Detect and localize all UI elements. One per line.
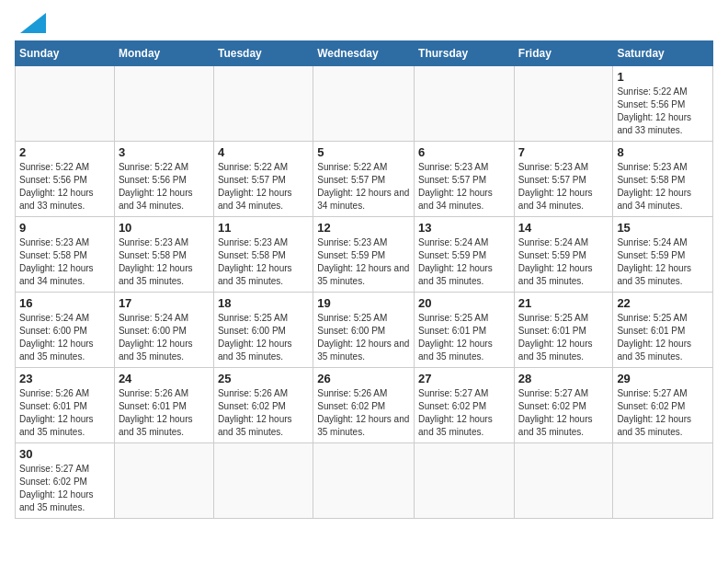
day-cell: 26Sunrise: 5:26 AM Sunset: 6:02 PM Dayli… (313, 368, 415, 443)
day-info: Sunrise: 5:26 AM Sunset: 6:01 PM Dayligh… (119, 387, 210, 439)
day-number: 7 (518, 145, 609, 159)
day-number: 19 (317, 296, 410, 310)
day-cell: 17Sunrise: 5:24 AM Sunset: 6:00 PM Dayli… (114, 293, 213, 368)
header-row: SundayMondayTuesdayWednesdayThursdayFrid… (16, 41, 713, 66)
logo-icon (20, 13, 46, 33)
day-number: 26 (317, 372, 410, 385)
calendar-table: SundayMondayTuesdayWednesdayThursdayFrid… (15, 40, 713, 519)
day-number: 1 (617, 70, 709, 84)
day-cell (114, 66, 213, 142)
day-info: Sunrise: 5:22 AM Sunset: 5:57 PM Dayligh… (317, 161, 410, 213)
day-number: 3 (119, 145, 210, 159)
day-number: 30 (19, 447, 110, 461)
day-number: 23 (19, 372, 110, 385)
day-cell: 23Sunrise: 5:26 AM Sunset: 6:01 PM Dayli… (16, 368, 115, 443)
day-info: Sunrise: 5:25 AM Sunset: 6:00 PM Dayligh… (218, 312, 309, 363)
day-number: 10 (119, 221, 210, 235)
day-cell: 24Sunrise: 5:26 AM Sunset: 6:01 PM Dayli… (114, 368, 213, 443)
day-number: 9 (19, 221, 110, 235)
calendar-body: 1Sunrise: 5:22 AM Sunset: 5:56 PM Daylig… (16, 66, 713, 519)
day-cell: 18Sunrise: 5:25 AM Sunset: 6:00 PM Dayli… (213, 293, 313, 368)
header-cell-monday: Monday (114, 41, 213, 66)
day-number: 20 (418, 296, 510, 310)
day-cell (613, 443, 713, 519)
day-cell: 15Sunrise: 5:24 AM Sunset: 5:59 PM Dayli… (613, 217, 713, 293)
day-info: Sunrise: 5:25 AM Sunset: 6:00 PM Dayligh… (317, 312, 410, 363)
day-cell: 29Sunrise: 5:27 AM Sunset: 6:02 PM Dayli… (613, 368, 713, 443)
day-info: Sunrise: 5:23 AM Sunset: 5:58 PM Dayligh… (218, 236, 309, 288)
header-cell-wednesday: Wednesday (313, 41, 415, 66)
day-cell: 16Sunrise: 5:24 AM Sunset: 6:00 PM Dayli… (16, 293, 115, 368)
day-cell (16, 66, 115, 142)
day-cell: 9Sunrise: 5:23 AM Sunset: 5:58 PM Daylig… (16, 217, 115, 293)
day-cell: 12Sunrise: 5:23 AM Sunset: 5:59 PM Dayli… (313, 217, 415, 293)
day-cell: 10Sunrise: 5:23 AM Sunset: 5:58 PM Dayli… (114, 217, 213, 293)
day-info: Sunrise: 5:22 AM Sunset: 5:56 PM Dayligh… (19, 161, 110, 213)
day-number: 29 (617, 372, 709, 385)
day-number: 14 (518, 221, 609, 235)
day-info: Sunrise: 5:24 AM Sunset: 5:59 PM Dayligh… (418, 236, 510, 288)
day-cell: 21Sunrise: 5:25 AM Sunset: 6:01 PM Dayli… (514, 293, 613, 368)
day-cell (213, 443, 313, 519)
day-info: Sunrise: 5:23 AM Sunset: 5:57 PM Dayligh… (418, 161, 510, 213)
day-info: Sunrise: 5:26 AM Sunset: 6:02 PM Dayligh… (218, 387, 309, 439)
day-cell (415, 66, 515, 142)
week-row-3: 16Sunrise: 5:24 AM Sunset: 6:00 PM Dayli… (16, 293, 713, 368)
day-cell (313, 66, 415, 142)
day-info: Sunrise: 5:24 AM Sunset: 5:59 PM Dayligh… (518, 236, 609, 288)
day-cell (213, 66, 313, 142)
day-info: Sunrise: 5:24 AM Sunset: 6:00 PM Dayligh… (19, 312, 110, 363)
day-cell: 7Sunrise: 5:23 AM Sunset: 5:57 PM Daylig… (514, 142, 613, 217)
day-info: Sunrise: 5:23 AM Sunset: 5:57 PM Dayligh… (518, 161, 609, 213)
day-info: Sunrise: 5:23 AM Sunset: 5:58 PM Dayligh… (617, 161, 709, 213)
day-cell: 30Sunrise: 5:27 AM Sunset: 6:02 PM Dayli… (16, 443, 115, 519)
day-number: 22 (617, 296, 709, 310)
day-info: Sunrise: 5:22 AM Sunset: 5:56 PM Dayligh… (119, 161, 210, 213)
day-number: 25 (218, 372, 309, 385)
day-number: 27 (418, 372, 510, 385)
svg-marker-0 (20, 13, 46, 33)
day-info: Sunrise: 5:23 AM Sunset: 5:59 PM Dayligh… (317, 236, 410, 288)
day-number: 2 (19, 145, 110, 159)
day-number: 28 (518, 372, 609, 385)
day-cell: 3Sunrise: 5:22 AM Sunset: 5:56 PM Daylig… (114, 142, 213, 217)
day-cell (514, 443, 613, 519)
day-info: Sunrise: 5:27 AM Sunset: 6:02 PM Dayligh… (418, 387, 510, 439)
day-info: Sunrise: 5:22 AM Sunset: 5:57 PM Dayligh… (218, 161, 309, 213)
day-info: Sunrise: 5:24 AM Sunset: 6:00 PM Dayligh… (119, 312, 210, 363)
day-info: Sunrise: 5:25 AM Sunset: 6:01 PM Dayligh… (617, 312, 709, 363)
day-cell: 8Sunrise: 5:23 AM Sunset: 5:58 PM Daylig… (613, 142, 713, 217)
day-info: Sunrise: 5:25 AM Sunset: 6:01 PM Dayligh… (418, 312, 510, 363)
week-row-1: 2Sunrise: 5:22 AM Sunset: 5:56 PM Daylig… (16, 142, 713, 217)
day-cell: 1Sunrise: 5:22 AM Sunset: 5:56 PM Daylig… (613, 66, 713, 142)
day-cell (415, 443, 515, 519)
day-number: 5 (317, 145, 410, 159)
day-cell: 27Sunrise: 5:27 AM Sunset: 6:02 PM Dayli… (415, 368, 515, 443)
header-cell-sunday: Sunday (16, 41, 115, 66)
day-cell: 13Sunrise: 5:24 AM Sunset: 5:59 PM Dayli… (415, 217, 515, 293)
day-number: 6 (418, 145, 510, 159)
week-row-2: 9Sunrise: 5:23 AM Sunset: 5:58 PM Daylig… (16, 217, 713, 293)
day-cell: 4Sunrise: 5:22 AM Sunset: 5:57 PM Daylig… (213, 142, 313, 217)
header-cell-friday: Friday (514, 41, 613, 66)
header-cell-tuesday: Tuesday (213, 41, 313, 66)
day-number: 24 (119, 372, 210, 385)
day-info: Sunrise: 5:27 AM Sunset: 6:02 PM Dayligh… (19, 463, 110, 514)
day-number: 21 (518, 296, 609, 310)
day-number: 13 (418, 221, 510, 235)
day-info: Sunrise: 5:23 AM Sunset: 5:58 PM Dayligh… (19, 236, 110, 288)
page-header (15, 15, 713, 33)
day-cell: 6Sunrise: 5:23 AM Sunset: 5:57 PM Daylig… (415, 142, 515, 217)
day-cell: 2Sunrise: 5:22 AM Sunset: 5:56 PM Daylig… (16, 142, 115, 217)
day-info: Sunrise: 5:24 AM Sunset: 5:59 PM Dayligh… (617, 236, 709, 288)
week-row-0: 1Sunrise: 5:22 AM Sunset: 5:56 PM Daylig… (16, 66, 713, 142)
day-cell: 20Sunrise: 5:25 AM Sunset: 6:01 PM Dayli… (415, 293, 515, 368)
header-cell-saturday: Saturday (613, 41, 713, 66)
day-number: 18 (218, 296, 309, 310)
day-info: Sunrise: 5:26 AM Sunset: 6:02 PM Dayligh… (317, 387, 410, 439)
header-cell-thursday: Thursday (415, 41, 515, 66)
day-info: Sunrise: 5:22 AM Sunset: 5:56 PM Dayligh… (617, 86, 709, 137)
day-number: 12 (317, 221, 410, 235)
day-cell (114, 443, 213, 519)
week-row-4: 23Sunrise: 5:26 AM Sunset: 6:01 PM Dayli… (16, 368, 713, 443)
